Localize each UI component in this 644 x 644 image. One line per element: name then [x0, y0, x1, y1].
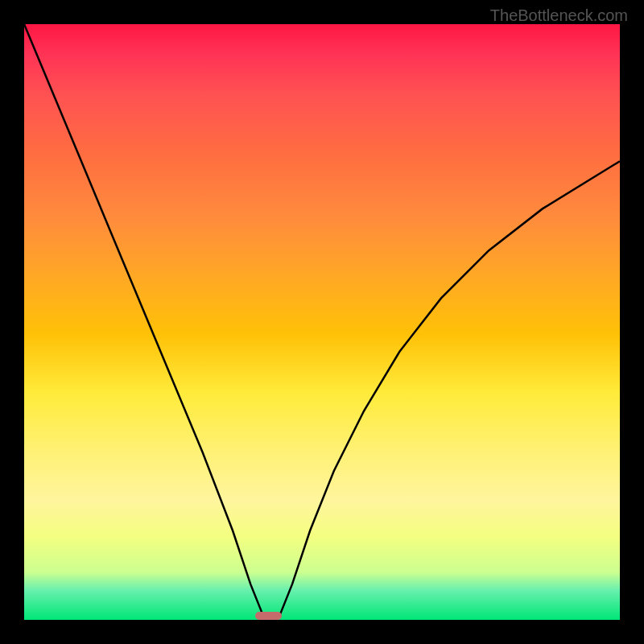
chart-plot-area: [24, 24, 620, 620]
curve-path: [24, 24, 620, 620]
optimal-marker: [255, 612, 282, 620]
bottleneck-curve-svg: [24, 24, 620, 620]
watermark-text: TheBottleneck.com: [490, 6, 628, 25]
